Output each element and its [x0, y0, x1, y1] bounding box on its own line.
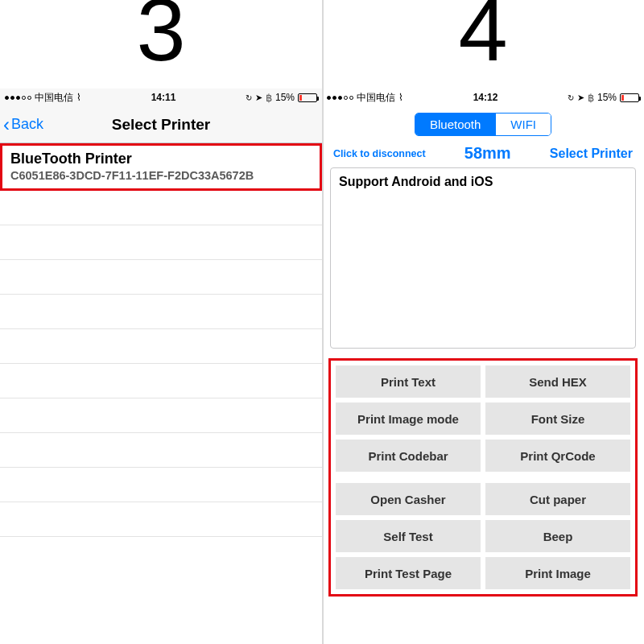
screen-3: 3 中国电信 ⌇ 14:11 ↻ ➤ ฿ 15% — [0, 0, 322, 644]
signal-dots-icon — [327, 96, 353, 100]
send-hex-button[interactable]: Send HEX — [485, 365, 630, 398]
select-printer-link[interactable]: Select Printer — [550, 147, 633, 161]
battery-pct: 15% — [275, 92, 295, 103]
orientation-lock-icon: ↻ — [246, 93, 252, 102]
clock: 14:11 — [151, 92, 176, 103]
print-image-mode-button[interactable]: Print Image mode — [336, 402, 481, 435]
nav-bar: ‹ Back Select Printer — [0, 106, 322, 143]
action-button-panel: Print TextSend HEXPrint Image modeFont S… — [328, 358, 638, 597]
tab-bluetooth[interactable]: Bluetooth — [415, 114, 495, 135]
chevron-left-icon: ‹ — [3, 115, 10, 134]
status-bar: 中国电信 ⌇ 14:12 ↻ ➤ ฿ 15% — [322, 89, 644, 106]
battery-pct: 15% — [597, 92, 617, 103]
page-title: Select Printer — [0, 116, 322, 134]
bluetooth-icon: ฿ — [588, 92, 594, 104]
connection-type-tabs: Bluetooth WIFI — [322, 106, 644, 144]
vertical-divider — [322, 0, 324, 644]
print-codebar-button[interactable]: Print Codebar — [336, 440, 481, 472]
printer-list-item[interactable]: BlueTooth Printer C6051E86-3DCD-7F11-11E… — [0, 143, 322, 191]
font-size-button[interactable]: Font Size — [485, 402, 630, 435]
empty-list-area — [0, 191, 322, 644]
bluetooth-icon: ฿ — [266, 92, 272, 104]
screen-number-4: 4 — [322, 0, 644, 74]
print-text-button[interactable]: Print Text — [336, 365, 481, 398]
self-test-button[interactable]: Self Test — [336, 520, 481, 552]
print-qrcode-button[interactable]: Print QrCode — [485, 440, 630, 472]
wifi-icon: ⌇ — [398, 92, 403, 103]
location-icon: ➤ — [255, 93, 262, 103]
cut-paper-button[interactable]: Cut paper — [485, 483, 630, 515]
status-bar: 中国电信 ⌇ 14:11 ↻ ➤ ฿ 15% — [0, 89, 322, 106]
carrier-label: 中国电信 — [35, 91, 73, 105]
paper-size-button[interactable]: 58mm — [464, 144, 511, 163]
print-test-page-button[interactable]: Print Test Page — [336, 557, 481, 589]
printer-name: BlueTooth Printer — [10, 151, 312, 167]
print-text-input[interactable]: Support Android and iOS — [330, 167, 636, 349]
clock: 14:12 — [473, 92, 498, 103]
location-icon: ➤ — [577, 93, 584, 103]
printer-uuid: C6051E86-3DCD-7F11-11EF-F2DC33A5672B — [10, 169, 312, 182]
print-image-button[interactable]: Print Image — [485, 557, 630, 589]
back-label: Back — [11, 116, 43, 133]
signal-dots-icon — [5, 96, 31, 100]
screen-number-3: 3 — [0, 0, 322, 74]
wifi-icon: ⌇ — [76, 92, 81, 103]
beep-button[interactable]: Beep — [485, 520, 630, 552]
screen-4: 4 中国电信 ⌇ 14:12 ↻ ➤ ฿ 15% — [322, 0, 644, 644]
print-text-content: Support Android and iOS — [339, 175, 493, 188]
orientation-lock-icon: ↻ — [568, 93, 574, 102]
carrier-label: 中国电信 — [357, 91, 395, 105]
open-casher-button[interactable]: Open Casher — [336, 483, 481, 515]
battery-icon — [620, 93, 639, 102]
tab-wifi[interactable]: WIFI — [495, 114, 551, 135]
battery-icon — [298, 93, 317, 102]
back-button[interactable]: ‹ Back — [0, 115, 43, 134]
disconnect-link[interactable]: Click to disconnect — [333, 148, 426, 159]
